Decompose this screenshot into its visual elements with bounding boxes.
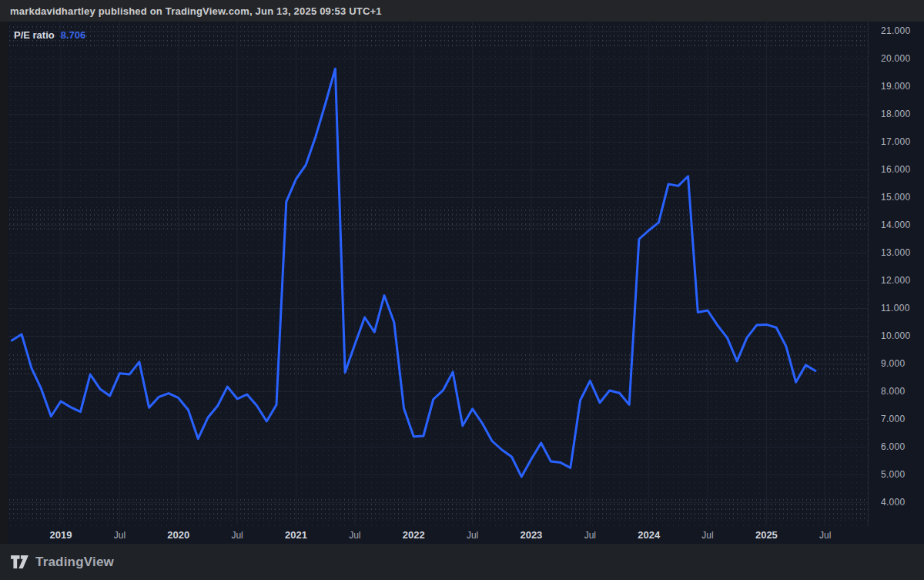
price-axis-label: 6.000 xyxy=(881,441,906,453)
price-axis-label: 15.000 xyxy=(881,192,911,203)
price-axis-label: 20.000 xyxy=(881,53,911,65)
time-axis-label: 2020 xyxy=(152,528,206,542)
series-title: P/E ratio xyxy=(14,29,55,41)
tradingview-wordmark[interactable]: TradingView xyxy=(35,555,114,570)
price-axis-label: 21.000 xyxy=(881,25,911,37)
series-legend[interactable]: P/E ratio 8.706 xyxy=(14,29,85,41)
price-axis-label: 19.000 xyxy=(881,81,911,92)
time-axis-label: Jul xyxy=(798,528,852,542)
price-axis-label: 18.000 xyxy=(881,109,911,120)
price-axis-label: 16.000 xyxy=(881,164,911,176)
price-axis-label: 17.000 xyxy=(881,136,911,148)
price-axis-label: 13.000 xyxy=(881,247,911,259)
tradingview-logo-icon[interactable] xyxy=(10,555,29,569)
time-axis-label: Jul xyxy=(681,528,735,542)
time-axis-label: 2019 xyxy=(34,528,88,542)
time-axis-label: 2025 xyxy=(739,528,793,542)
time-axis-label: Jul xyxy=(92,528,146,542)
time-axis-label: Jul xyxy=(563,528,617,542)
time-axis-label: 2021 xyxy=(270,528,323,542)
footer-bar: TradingView xyxy=(0,544,924,580)
price-axis-label: 9.000 xyxy=(881,358,906,370)
time-axis-label: 2024 xyxy=(622,528,676,542)
series-value: 8.706 xyxy=(61,29,86,41)
time-axis-label: 2023 xyxy=(504,528,558,542)
price-axis-label: 11.000 xyxy=(881,303,910,314)
time-axis-label: 2022 xyxy=(387,528,440,542)
price-chart-canvas[interactable] xyxy=(0,0,924,580)
price-axis-label: 4.000 xyxy=(881,497,906,508)
price-axis-label: 12.000 xyxy=(881,275,911,287)
price-axis-label: 5.000 xyxy=(881,469,906,481)
time-axis-label: Jul xyxy=(446,528,500,542)
price-axis-label: 14.000 xyxy=(881,220,911,231)
price-axis-label: 8.000 xyxy=(881,386,906,397)
price-axis-label: 10.000 xyxy=(881,330,911,342)
price-axis-label: 7.000 xyxy=(881,414,906,425)
time-axis-label: Jul xyxy=(328,528,382,542)
price-axis-separator xyxy=(868,22,869,526)
time-axis-label: Jul xyxy=(210,528,264,542)
